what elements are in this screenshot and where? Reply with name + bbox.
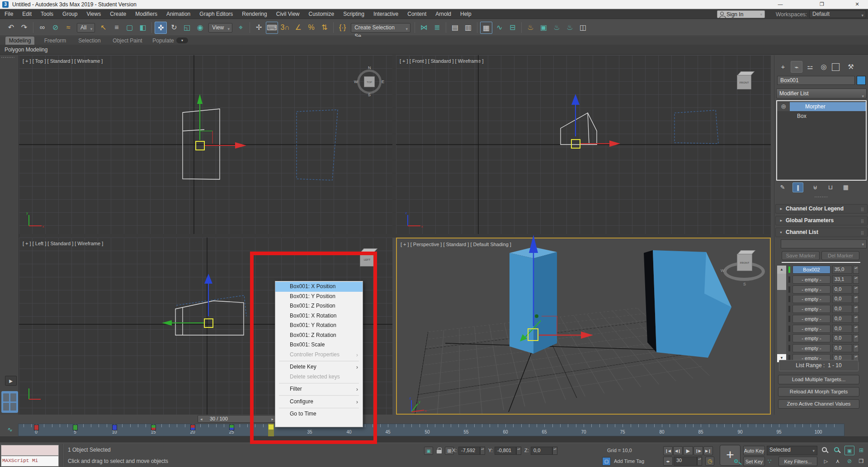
viewport-top[interactable]: [ + ] [ Top ] [ Standard ] [ Wireframe ] [19,55,392,234]
spinner[interactable]: ▴▾ [853,266,859,274]
drag-handle[interactable] [1,56,14,58]
current-frame-field[interactable]: 30 [674,457,697,466]
keyframe-5[interactable] [73,425,78,430]
play-button[interactable]: ▶ [683,446,693,455]
spinner[interactable]: ▴▾ [853,285,859,294]
track-bar[interactable]: 0 5 10 15 20 25 30 35 40 45 50 55 60 65 … [0,424,868,436]
select-and-rotate-icon[interactable]: ↻ [168,22,180,34]
use-pivot-center-icon[interactable]: ⌖ [235,22,247,34]
keyframe-20[interactable] [190,425,195,430]
selection-lock-icon[interactable] [437,450,442,453]
go-to-start-button[interactable]: ❙◀ [663,446,673,455]
object-name-field[interactable]: Box001 [777,76,855,85]
named-selection-set-dropdown[interactable]: Create Selection Se▾ [351,23,410,33]
mirror-icon[interactable]: ⋈ [418,22,430,34]
channel-button[interactable]: - empty - [793,334,830,342]
spinner-snap-icon[interactable]: ⇅ [318,22,330,34]
rollout-channel-list[interactable]: ▼ Channel List ⠿ [775,228,868,237]
menu-item-scale[interactable]: Box001: Scale [275,340,363,350]
tab-modify-icon[interactable]: ⌁ [791,61,802,73]
channel-value[interactable]: 0,0 [832,344,852,352]
spinner[interactable]: ▴▾ [516,447,521,455]
show-end-result-icon[interactable]: ∥ [793,182,803,192]
time-configuration-icon[interactable]: ◷ [705,457,714,466]
menu-customize[interactable]: Customize [304,9,339,19]
spinner[interactable]: ▴▾ [552,447,557,455]
channel-value[interactable]: 35,0 [832,266,852,274]
render-iterative-icon[interactable]: ♨ [564,22,576,34]
menu-graph-editors[interactable]: Graph Editors [195,9,237,19]
zoom-all-icon[interactable] [834,447,839,452]
modifier-list-dropdown[interactable]: Modifier List ▾ [776,89,867,98]
z-coordinate-field[interactable]: 0,0 [531,447,552,455]
time-tag-cube-icon[interactable]: ▢ [602,457,611,466]
schematic-view-icon[interactable]: ⊟ [506,22,519,34]
panel-drag-handle[interactable] [814,196,828,198]
marker-dropdown[interactable]: ▾ [781,239,867,248]
keyframe-0[interactable] [34,425,39,430]
select-and-move-icon[interactable]: ✜ [155,22,167,34]
maxscript-mini-listener[interactable] [1,445,59,456]
set-key-button[interactable]: Set Key [743,457,765,466]
polygon-modeling-panel[interactable]: Polygon Modeling [5,47,47,53]
render-production-icon[interactable]: ♨ [551,22,563,34]
maximize-viewport-icon[interactable]: ❒ [856,457,866,466]
channel-value[interactable]: 0,0 [832,325,852,333]
ribbon-minimize-dropdown[interactable]: ▾ [176,37,188,43]
zero-active-channel-values-button[interactable]: Zero Active Channel Values [778,399,859,409]
channel-button[interactable]: Box002 [793,266,830,274]
set-keys-button[interactable]: + [720,445,741,466]
layout-tabs-expand-button[interactable]: ▶ [5,376,17,386]
snaps-toggle-icon[interactable]: 3∩ [279,22,291,34]
workspace-dropdown[interactable]: Default ▾ [809,10,866,18]
spinner[interactable]: ▴▾ [853,315,859,323]
next-frame-button[interactable]: ❙▶ [693,446,703,455]
key-filters-button[interactable]: Key Filters... [778,457,817,466]
previous-frame-button[interactable]: ◀❙ [673,446,683,455]
slider-prev-icon[interactable]: ◂ [200,416,203,423]
minimize-button[interactable]: — [772,0,788,9]
menu-civil-view[interactable]: Civil View [272,9,304,19]
redo-icon[interactable]: ↷ [18,22,30,34]
add-time-tag[interactable]: Add Time Tag [614,458,644,464]
menu-edit[interactable]: Edit [18,9,36,19]
align-icon[interactable]: ≣ [431,22,443,34]
tab-freeform[interactable]: Freeform [42,37,69,45]
rollout-global-parameters[interactable]: ► Global Parameters ⠿ [775,216,868,225]
channel-scroll-thumb[interactable] [777,274,786,290]
rectangular-selection-icon[interactable]: ▢ [123,22,136,34]
ribbon-toggle-icon[interactable]: ▦ [480,22,492,34]
select-link-icon[interactable]: ∞ [36,22,48,34]
render-setup-icon[interactable]: ♨ [524,22,537,34]
tab-selection[interactable]: Selection [76,37,103,45]
select-and-scale-icon[interactable]: ◱ [181,22,193,34]
key-filter-dropdown[interactable]: Selected ▾ [767,446,817,455]
menu-item-go-to-time[interactable]: Go to Time [275,409,363,419]
menu-item-x-position[interactable]: Box001: X Position [275,282,363,292]
remove-modifier-icon[interactable]: ⊔ [825,182,836,192]
menu-interactive[interactable]: Interactive [369,9,403,19]
walk-through-icon[interactable]: ⋏ [833,457,843,466]
channel-button[interactable]: - empty - [793,276,830,284]
menu-item-z-rotation[interactable]: Box001: Z Rotation [275,331,363,341]
pin-stack-icon[interactable]: ✎ [777,182,788,192]
viewport-left-label[interactable]: [ + ] [ Left ] [ Standard ] [ Wireframe … [23,241,103,246]
tab-motion-icon[interactable]: ◎ [818,61,830,73]
menu-rendering[interactable]: Rendering [237,9,271,19]
channel-button[interactable]: - empty - [793,285,830,294]
menu-scripting[interactable]: Scripting [339,9,369,19]
motion-paths-icon[interactable]: ∵ [768,458,771,465]
load-multiple-targets-button[interactable]: Load Multiple Targets... [778,375,859,384]
stack-item-box[interactable]: Box [777,112,866,120]
configure-modifier-sets-icon[interactable]: ▦ [840,182,851,192]
keyframe-10[interactable] [112,425,117,430]
window-crossing-icon[interactable]: ◧ [137,22,149,34]
select-by-name-icon[interactable]: ≡ [110,22,123,34]
channel-button[interactable]: - empty - [793,325,830,333]
viewport-layout-2x2-button[interactable] [1,391,18,413]
isolate-selection-icon[interactable]: ▣ [424,447,433,455]
rendered-frame-window-icon[interactable]: ▣ [538,22,550,34]
viewport-perspective-label[interactable]: [ + ] [ Perspective ] [ Standard ] [ Def… [401,242,511,247]
bind-spacewarp-icon[interactable]: ≈ [62,22,75,34]
save-marker-button[interactable]: Save Marker [782,251,820,260]
